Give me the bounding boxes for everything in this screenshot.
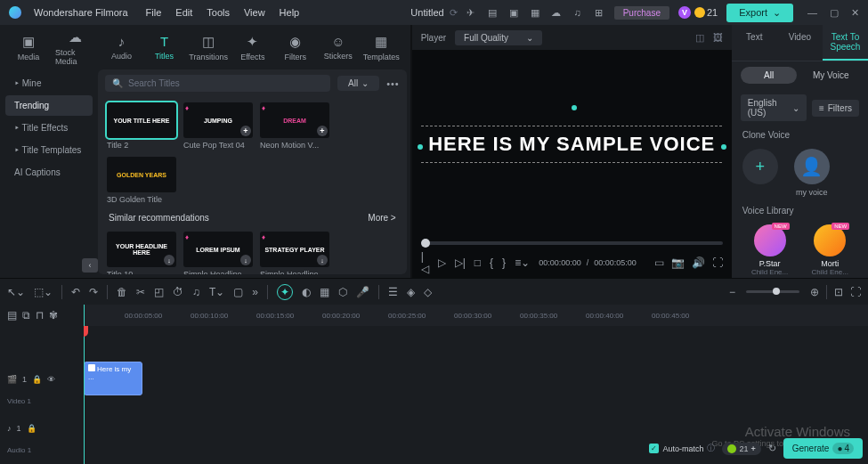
menu-view[interactable]: View bbox=[244, 7, 265, 18]
lock-track-icon[interactable]: 🔒 bbox=[27, 424, 37, 433]
fit-icon[interactable]: ⊡ bbox=[834, 286, 843, 298]
quality-dropdown[interactable]: Full Quality⌄ bbox=[455, 30, 542, 45]
title-tile[interactable]: STRATEGY PLAYER♦↓Simple Headline... bbox=[260, 232, 329, 274]
screen-icon[interactable]: ▤ bbox=[486, 6, 499, 19]
title-tile[interactable]: YOUR HEADLINE HERE↓Title 10 bbox=[107, 232, 176, 274]
voice-item[interactable]: NEWMortiChild Ene... bbox=[802, 224, 857, 276]
resize-handle-icon[interactable] bbox=[418, 144, 423, 150]
frame-icon[interactable]: ▢ bbox=[233, 286, 243, 298]
tab-media[interactable]: ▣Media bbox=[11, 34, 46, 61]
device-icon[interactable]: ▣ bbox=[507, 6, 520, 19]
generate-button[interactable]: Generate ●4 bbox=[783, 438, 863, 459]
tab-transitions[interactable]: ◫Transitions bbox=[190, 34, 228, 61]
search-input[interactable]: 🔍 Search Titles bbox=[105, 75, 330, 92]
options-icon[interactable]: ≡⌄ bbox=[515, 256, 530, 269]
title-preview-text[interactable]: HERE IS MY SAMPLE VOICE bbox=[421, 129, 722, 159]
mute-icon[interactable]: 👁 bbox=[47, 375, 55, 384]
tab-effects[interactable]: ✦Effects bbox=[235, 34, 271, 61]
title-tile[interactable]: DREAM♦+Neon Motion V... bbox=[260, 102, 329, 150]
tab-stock-media[interactable]: ☁Stock Media bbox=[53, 29, 97, 66]
credits-display[interactable]: V 21 bbox=[678, 6, 718, 19]
zoom-thumb-icon[interactable] bbox=[773, 288, 780, 295]
resize-handle-icon[interactable] bbox=[721, 144, 726, 150]
close-icon[interactable]: ✕ bbox=[851, 7, 859, 19]
mask-icon[interactable]: ◐ bbox=[302, 286, 311, 298]
document-title[interactable]: Untitled ⟳ bbox=[410, 7, 457, 19]
play-icon[interactable]: ▷ bbox=[438, 256, 446, 269]
link-icon[interactable]: ⧉ bbox=[22, 309, 30, 322]
language-dropdown[interactable]: English (US)⌄ bbox=[741, 94, 807, 121]
speed-icon[interactable]: ⏱ bbox=[173, 286, 183, 298]
zoom-in-icon[interactable]: ⊕ bbox=[810, 286, 819, 298]
refresh-icon[interactable]: ↻ bbox=[768, 443, 776, 454]
cat-title-effects[interactable]: ‣ Title Effects bbox=[5, 118, 93, 138]
subtab-myvoice[interactable]: My Voice bbox=[802, 67, 859, 84]
cut-icon[interactable]: ✂ bbox=[136, 286, 145, 298]
menu-edit[interactable]: Edit bbox=[175, 7, 192, 18]
lock-track-icon[interactable]: 🔒 bbox=[32, 375, 42, 384]
undo-icon[interactable]: ↶ bbox=[71, 286, 80, 298]
cloud-icon[interactable]: ☁ bbox=[550, 6, 563, 19]
filter-dropdown[interactable]: All⌄ bbox=[337, 76, 379, 91]
title-tile[interactable]: YOUR TITLE HERETitle 2 bbox=[107, 102, 176, 150]
image-icon[interactable]: ▦ bbox=[529, 6, 541, 19]
volume-icon[interactable]: 🔊 bbox=[692, 256, 705, 269]
preview-canvas[interactable]: HERE IS MY SAMPLE VOICE bbox=[412, 50, 732, 239]
timeline-clip[interactable]: Here is my ... bbox=[84, 362, 142, 395]
headphone-icon[interactable]: ♫ bbox=[572, 6, 584, 19]
mixer-icon[interactable]: ☰ bbox=[388, 286, 398, 298]
snapshot-icon[interactable]: 📷 bbox=[671, 256, 685, 269]
download-icon[interactable]: ↓ bbox=[240, 255, 251, 265]
compare-icon[interactable]: ◫ bbox=[695, 32, 704, 44]
collapse-button[interactable]: ‹ bbox=[82, 258, 98, 273]
next-frame-icon[interactable]: ▷| bbox=[455, 256, 466, 269]
filters-button[interactable]: ≡Filters bbox=[812, 100, 859, 117]
add-clone-voice[interactable]: + bbox=[742, 149, 778, 197]
more-icon[interactable]: ••• bbox=[386, 78, 400, 89]
display-icon[interactable]: ▭ bbox=[654, 256, 664, 269]
auto-match-checkbox[interactable]: ✓ Auto-match ⓘ bbox=[649, 443, 715, 454]
video-track-header[interactable]: 🎬1 🔒 👁 bbox=[0, 362, 84, 397]
music-icon[interactable]: ♫ bbox=[192, 286, 200, 298]
rotate-handle-icon[interactable] bbox=[572, 105, 577, 110]
select-icon[interactable]: ⬚⌄ bbox=[34, 286, 53, 298]
grid-icon[interactable]: ⊞ bbox=[593, 6, 605, 19]
minimize-icon[interactable]: — bbox=[807, 7, 817, 19]
playhead[interactable] bbox=[84, 305, 85, 464]
audio-track-header[interactable]: ♪1 🔒 bbox=[0, 411, 84, 446]
tab-video[interactable]: Video bbox=[777, 25, 823, 61]
marker-icon[interactable]: ◈ bbox=[407, 286, 415, 298]
tab-titles[interactable]: TTitles bbox=[147, 34, 183, 61]
tab-audio[interactable]: ♪Audio bbox=[104, 34, 140, 61]
cat-mine[interactable]: ‣ Mine bbox=[5, 73, 93, 94]
lock-icon[interactable]: ✾ bbox=[49, 309, 58, 322]
menu-tools[interactable]: Tools bbox=[207, 7, 230, 18]
ai-icon[interactable]: ✦ bbox=[277, 284, 293, 300]
more-link[interactable]: More > bbox=[368, 213, 395, 223]
cat-title-templates[interactable]: ‣ Title Templates bbox=[5, 140, 93, 160]
download-icon[interactable]: ↓ bbox=[317, 255, 328, 265]
my-voice-item[interactable]: 👤 my voice bbox=[794, 149, 830, 197]
crop-icon[interactable]: ◰ bbox=[154, 286, 164, 298]
cat-trending[interactable]: Trending bbox=[5, 95, 93, 116]
zoom-slider[interactable] bbox=[746, 290, 799, 293]
tab-text[interactable]: Text bbox=[732, 25, 777, 61]
keyframe-icon[interactable]: ◇ bbox=[424, 286, 432, 298]
redo-icon[interactable]: ↷ bbox=[89, 286, 98, 298]
tracks-icon[interactable]: ▤ bbox=[7, 309, 17, 322]
send-icon[interactable]: ✈ bbox=[465, 6, 477, 19]
expand-icon[interactable]: ⛶ bbox=[850, 286, 861, 298]
mark-in-icon[interactable]: { bbox=[490, 256, 493, 269]
title-tile[interactable]: JUMPING♦+Cute Pop Text 04 bbox=[183, 102, 253, 150]
more-tools-icon[interactable]: » bbox=[252, 286, 258, 298]
stop-icon[interactable]: □ bbox=[475, 256, 481, 269]
voice-item[interactable]: NEWP.StarChild Ene... bbox=[742, 224, 798, 276]
text-icon[interactable]: T⌄ bbox=[209, 286, 224, 298]
menu-file[interactable]: File bbox=[146, 7, 162, 18]
subtab-all[interactable]: All bbox=[741, 67, 798, 84]
download-icon[interactable]: ↓ bbox=[164, 255, 174, 265]
delete-icon[interactable]: 🗑 bbox=[117, 286, 127, 298]
magnet-icon[interactable]: ⊓ bbox=[36, 309, 44, 322]
title-tile[interactable]: LOREM IPSUM♦↓Simple Headline... bbox=[183, 232, 253, 274]
tab-tts[interactable]: Text To Speech bbox=[823, 25, 868, 61]
